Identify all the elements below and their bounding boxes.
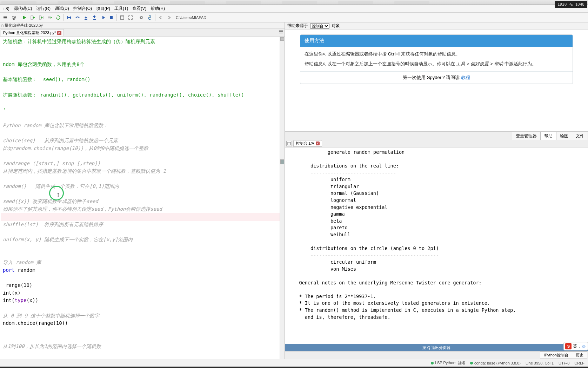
ime-lang: 英 xyxy=(573,343,577,349)
continue-icon[interactable] xyxy=(99,14,107,21)
console-pager-hint: 按 Q 退出分页器 xyxy=(285,344,588,351)
menu-run[interactable]: 运行(R) xyxy=(34,5,53,12)
sogou-icon: S xyxy=(565,343,572,349)
max-pane-icon[interactable] xyxy=(118,14,126,21)
code-editor[interactable]: 为随机数：计算机中通过采用梅森旋转算法生成的（伪）随机序列元素 ndom 库包含… xyxy=(0,37,285,359)
code-line: Python random 库包含以下常用随机数函数： xyxy=(1,122,285,130)
code-line: randrange ([start,] stop [,step]) xyxy=(1,160,285,167)
code-line: range(10) xyxy=(1,282,285,289)
console-header: 控制台 1/A ✕ xyxy=(285,140,588,147)
smile-icon: ☺ xyxy=(581,343,586,349)
step-over-icon[interactable] xyxy=(74,14,81,21)
pythonpath-icon[interactable] xyxy=(146,14,154,21)
prefs-icon[interactable] xyxy=(138,14,145,21)
svg-rect-3 xyxy=(85,19,87,20)
editor-pane: n 量化编程基础-2023.py Python 量化编程基础-2023.py* … xyxy=(0,22,285,359)
scrollbar-thumb[interactable] xyxy=(280,37,284,41)
tab-var-explorer[interactable]: 变量管理器 xyxy=(512,132,541,140)
stop-debug-icon[interactable] xyxy=(107,14,115,21)
ok-dot-icon xyxy=(431,362,434,364)
svg-rect-4 xyxy=(93,19,96,20)
right-pane-tabs: 变量管理器 帮助 绘图 文件 xyxy=(285,131,588,140)
toolbar: @ C:\Users\MIAPAD xyxy=(0,13,588,22)
close-icon[interactable]: ✕ xyxy=(57,31,61,35)
tab-files[interactable]: 文件 xyxy=(572,132,588,140)
run-selection-icon[interactable] xyxy=(46,14,54,21)
tab-plots[interactable]: 绘图 xyxy=(556,132,572,140)
window-titlebar xyxy=(0,0,588,5)
menu-fragment: i.8) xyxy=(1,6,12,12)
menu-console[interactable]: 控制台(O) xyxy=(71,5,94,12)
status-encoding: UTF-8 xyxy=(559,361,569,365)
code-line: ndom 库包含两类函数，常用的共8个 xyxy=(1,61,285,68)
editor-tabs: Python 量化编程基础-2023.py* ✕ xyxy=(0,29,285,37)
editor-tab-label: Python 量化编程基础-2023.py* xyxy=(3,30,56,35)
menu-tools[interactable]: 工具(T) xyxy=(112,5,130,12)
menubar: i.8) 源代码(C) 运行(R) 调试(D) 控制台(O) 项目(P) 工具(… xyxy=(0,5,588,13)
at-icon[interactable]: @ xyxy=(10,14,18,21)
code-line: 从1到100，步长为1的范围内选择一个随机数 xyxy=(1,343,285,350)
code-line: ndom.choice(range(10)) xyxy=(1,320,285,327)
code-line: port random xyxy=(1,267,285,274)
console-bottom-tabs: IPython控制台 历史 xyxy=(285,351,588,359)
scrollbar-marker xyxy=(280,159,284,164)
run-cell-advance-icon[interactable] xyxy=(38,14,45,21)
help-header: 帮助来源于 控制台 对象 xyxy=(285,22,588,29)
code-line: seed([x]) 改变随机数生成器的种子seed xyxy=(1,198,285,205)
console-tab-label: 控制台 1/A xyxy=(296,141,314,146)
tab-ipython-console[interactable]: IPython控制台 xyxy=(540,351,572,359)
svg-point-8 xyxy=(149,16,150,17)
working-dir: C:\Users\MIAPAD xyxy=(176,15,206,20)
code-line: 比如random.choice(range(10))，从0到9中随机挑选一个整数 xyxy=(1,145,285,152)
help-card: 使用方法 在这里你可以通过在编辑器或者终端中按 Ctrl+I 来获得任何对象的帮… xyxy=(300,34,573,84)
menu-help[interactable]: 帮助(H) xyxy=(148,5,167,12)
ime-indicator[interactable]: S 英 , ☺ xyxy=(563,342,588,350)
step-out-icon[interactable] xyxy=(91,14,98,21)
svg-rect-9 xyxy=(288,142,290,145)
menu-source[interactable]: 源代码(C) xyxy=(12,5,34,12)
code-line: int(type(x)) xyxy=(1,297,285,304)
tab-history[interactable]: 历史 xyxy=(572,351,587,359)
code-line: 从 0 到 9 这十个整数中随机选择一个数字 xyxy=(1,312,285,320)
step-into-icon[interactable] xyxy=(82,14,90,21)
editor-filepath: n 量化编程基础-2023.py xyxy=(0,22,285,29)
svg-rect-2 xyxy=(39,16,41,19)
run-icon[interactable] xyxy=(21,14,28,21)
close-icon[interactable]: ✕ xyxy=(316,142,320,145)
status-eol: CRLF xyxy=(574,361,584,365)
help-source-select[interactable]: 控制台 xyxy=(310,23,329,29)
help-hint-2: 帮助信息可以在一个对象之后加上一个左圆括号的时候自动显示。你可以在 工具 > 偏… xyxy=(305,60,568,68)
debug-icon[interactable] xyxy=(65,14,73,21)
svg-text:@: @ xyxy=(12,15,16,20)
svg-point-7 xyxy=(141,17,142,18)
fullscreen-icon[interactable] xyxy=(127,14,134,21)
help-card-title: 使用方法 xyxy=(300,35,573,47)
nav-back-icon[interactable] xyxy=(157,14,165,21)
status-lsp: LSP Python: 就绪 xyxy=(431,360,465,366)
code-line: 导入 random 库 xyxy=(1,259,285,267)
menu-debug[interactable]: 调试(D) xyxy=(53,5,71,12)
tab-menu-icon[interactable] xyxy=(279,29,283,34)
menu-view[interactable]: 查看(V) xyxy=(130,5,148,12)
tutorial-link[interactable]: 教程 xyxy=(461,75,470,80)
nav-fwd-icon[interactable] xyxy=(165,14,173,21)
tab-help[interactable]: 帮助 xyxy=(540,132,556,140)
outline-icon[interactable] xyxy=(1,14,9,21)
run-cell-icon[interactable] xyxy=(29,14,37,21)
taskbar[interactable] xyxy=(0,367,588,368)
code-line: shuffle(lst) 将序列的所有元素随机排序 xyxy=(1,221,285,229)
console-output[interactable]: generate random permutation distribution… xyxy=(285,147,588,344)
console-tab[interactable]: 控制台 1/A ✕ xyxy=(293,140,322,147)
status-cursor-pos: Line 3958, Col 1 xyxy=(526,361,554,365)
code-line: ' xyxy=(1,106,285,114)
link-icon xyxy=(569,3,573,6)
code-line: 为随机数：计算机中通过采用梅森旋转算法生成的（伪）随机序列元素 xyxy=(1,38,285,46)
rerun-icon[interactable] xyxy=(54,14,62,21)
menu-project[interactable]: 项目(P) xyxy=(94,5,112,12)
console-expand-icon[interactable] xyxy=(286,141,292,146)
editor-scrollbar[interactable] xyxy=(280,37,285,359)
editor-tab[interactable]: Python 量化编程基础-2023.py* ✕ xyxy=(1,29,64,36)
current-line-highlight xyxy=(1,213,285,221)
resolution-badge: 1920 1048 xyxy=(555,1,587,8)
code-line: int(x) xyxy=(1,289,285,297)
